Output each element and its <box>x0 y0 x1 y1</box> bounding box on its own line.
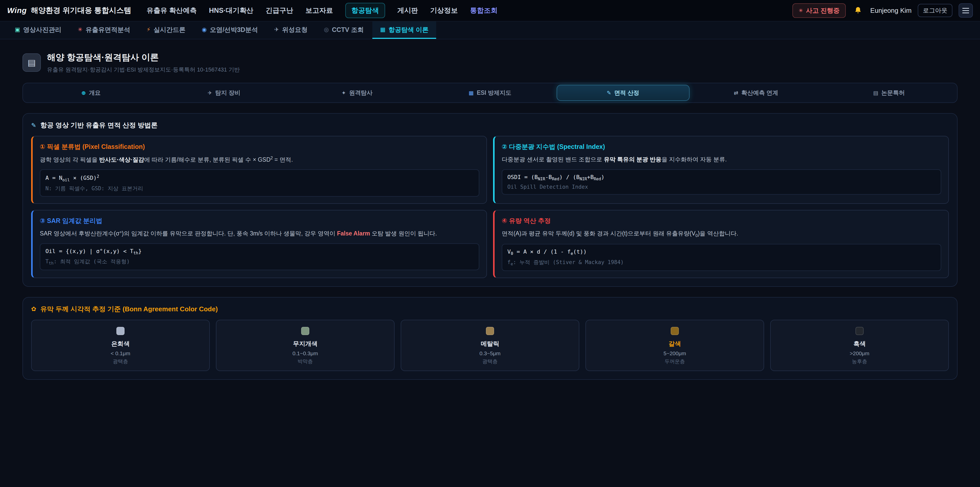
incident-badge-label: 사고 진행중 <box>806 6 840 15</box>
methodology-grid: ① 픽셀 분류법 (Pixel Classification) 광학 영상의 각… <box>31 136 949 278</box>
cctv-icon: ◎ <box>324 26 329 33</box>
nav-integrated-view[interactable]: 통합조회 <box>470 6 498 15</box>
bonn-layer: 광택층 <box>406 358 574 365</box>
method-card-body: 다중분광 센서로 촬영된 밴드 조합으로 유막 특유의 분광 반응을 지수화하여… <box>502 155 941 164</box>
user-name: Eunjeong Kim <box>870 6 912 14</box>
incident-status-badge[interactable]: ✳ 사고 진행중 <box>792 3 846 18</box>
section-tab-label: ESI 방제지도 <box>477 89 511 97</box>
tab-pollution-ship-3d[interactable]: ◉ 오염/선박3D분석 <box>194 21 266 39</box>
formula-block: A = Noil × (GSD)2 N: 기름 픽셀수, GSD: 지상 표본거… <box>40 169 479 196</box>
tab-label: 영상사진관리 <box>23 26 62 34</box>
tab-satellite-request[interactable]: ✈ 위성요청 <box>267 21 315 39</box>
bonn-name: 은회색 <box>37 340 204 348</box>
section-tab-diffusion-link[interactable]: ⇄ 확산예측 연계 <box>690 85 822 101</box>
section-tab-area-calculation[interactable]: ✎ 면적 산정 <box>557 85 690 101</box>
method-card-title: ④ 유량 역산 추정 <box>502 217 941 225</box>
section-tab-bar: ⊕ 개요 ✈ 탐지 장비 ✦ 원격탐사 ▦ ESI 방제지도 ✎ 면적 산정 ⇄… <box>22 83 958 103</box>
globe-icon: ⊕ <box>81 90 86 96</box>
satellite-icon: ✈ <box>274 26 279 33</box>
section-tab-remote-sensing[interactable]: ✦ 원격탐사 <box>290 85 423 101</box>
method-card-title: ② 다중분광 지수법 (Spectral Index) <box>502 142 941 151</box>
pencil-icon: ✎ <box>31 122 36 129</box>
nav-weather-info[interactable]: 기상정보 <box>430 6 458 15</box>
color-swatch <box>486 327 494 335</box>
bonn-thickness: 0.1~0.3μm <box>221 350 389 356</box>
bell-icon <box>854 6 862 14</box>
section-tab-papers-patents[interactable]: ▤ 논문특허 <box>822 85 956 101</box>
formula-note: fe: 누적 증발비 (Stiver & Mackay 1984) <box>508 259 935 267</box>
wing-logo: Wing <box>7 6 27 15</box>
tab-label: 유출유면적분석 <box>86 26 130 34</box>
tab-label: 오염/선박3D분석 <box>210 26 258 34</box>
sensing-icon: ✦ <box>342 90 346 96</box>
method-card-body: 광학 영상의 각 픽셀을 반사도·색상·질감에 따라 기름/해수로 분류, 분류… <box>40 155 479 164</box>
bonn-thickness: 0.3~5μm <box>406 350 574 356</box>
color-swatch <box>671 327 679 335</box>
nav-hns-atmospheric[interactable]: HNS·대기확산 <box>209 6 253 15</box>
bonn-grid: 은회색 < 0.1μm 광택층 무지개색 0.1~0.3μm 박막층 메탈릭 0… <box>31 320 949 371</box>
bonn-name: 메탈릭 <box>406 340 574 348</box>
section-tab-label: 면적 산정 <box>614 89 639 97</box>
section-tab-detection-equipment[interactable]: ✈ 탐지 장비 <box>158 85 290 101</box>
method-card-title: ① 픽셀 분류법 (Pixel Classification) <box>40 142 479 151</box>
bonn-layer: 박막층 <box>221 358 389 365</box>
image-icon: ▣ <box>15 26 20 33</box>
methodology-panel: ✎ 항공 영상 기반 유출유 면적 산정 방법론 ① 픽셀 분류법 (Pixel… <box>22 113 958 287</box>
tab-image-management[interactable]: ▣ 영상사진관리 <box>7 21 69 39</box>
page-title: 해양 항공탐색·원격탐사 이론 <box>47 51 240 63</box>
method-card-sar-threshold: ③ SAR 임계값 분리법 SAR 영상에서 후방산란계수(σ°)의 임계값 이… <box>31 210 487 278</box>
method-card-spectral-index: ② 다중분광 지수법 (Spectral Index) 다중분광 센서로 촬영된… <box>493 136 949 204</box>
nav-aerial-search[interactable]: 항공탐색 <box>345 3 385 18</box>
color-swatch <box>856 327 864 335</box>
pencil-icon: ✎ <box>607 90 611 96</box>
nav-oil-diffusion[interactable]: 유출유 확산예측 <box>146 6 197 15</box>
tab-oil-area-analysis[interactable]: ✳ 유출유면적분석 <box>70 21 138 39</box>
bonn-card-black: 흑색 >200μm 농후층 <box>770 320 949 371</box>
tab-label: 항공탐색 이론 <box>388 26 428 34</box>
formula-block: OSDI = (BNIR-BRed) / (BNIR+BRed) Oil Spi… <box>502 169 941 195</box>
method-card-title: ③ SAR 임계값 분리법 <box>40 217 479 225</box>
section-tab-label: 원격탐사 <box>349 89 372 97</box>
incident-alert-icon: ✳ <box>799 7 803 14</box>
bonn-card-metallic: 메탈릭 0.3~5μm 광택층 <box>401 320 579 371</box>
tab-label: CCTV 조회 <box>332 26 364 34</box>
section-tab-label: 확산예측 연계 <box>741 89 778 97</box>
method-card-body: SAR 영상에서 후방산란계수(σ°)의 임계값 이하를 유막으로 판정합니다.… <box>40 229 479 238</box>
section-tab-label: 개요 <box>89 89 100 97</box>
nav-board[interactable]: 게시판 <box>397 6 418 15</box>
brand[interactable]: Wing 해양환경 위기대응 통합시스템 <box>7 5 131 16</box>
map-icon: ▦ <box>469 90 474 96</box>
method-card-body: 면적(A)과 평균 유막 두께(d) 및 풍화 경과 시간(t)으로부터 원래 … <box>502 229 941 239</box>
notification-bell-button[interactable] <box>852 4 864 17</box>
hamburger-icon <box>963 8 969 9</box>
section-tab-label: 탐지 장비 <box>215 89 240 97</box>
nav-emergency-rescue[interactable]: 긴급구난 <box>266 6 293 15</box>
bonn-thickness: 5~200μm <box>591 350 759 356</box>
ship-3d-icon: ◉ <box>202 26 207 33</box>
section-tab-esi-map[interactable]: ▦ ESI 방제지도 <box>423 85 556 101</box>
formula-note: Oil Spill Detection Index <box>508 184 935 190</box>
hamburger-menu-button[interactable] <box>959 3 973 18</box>
formula: V0 = A × d / (1 - fe(t)) <box>508 249 935 256</box>
methodology-heading: ✎ 항공 영상 기반 유출유 면적 산정 방법론 <box>31 121 949 130</box>
nav-reports[interactable]: 보고자료 <box>305 6 333 15</box>
tab-label: 실시간드론 <box>154 26 186 34</box>
link-icon: ⇄ <box>734 90 738 96</box>
logout-button[interactable]: 로그아웃 <box>918 4 953 17</box>
bonn-card-rainbow: 무지개색 0.1~0.3μm 박막층 <box>216 320 395 371</box>
tab-aerial-search-theory[interactable]: ▦ 항공탐색 이론 <box>372 21 436 39</box>
bonn-heading-text: 유막 두께 시각적 추정 기준 (Bonn Agreement Color Co… <box>40 305 218 314</box>
sub-navbar: ▣ 영상사진관리 ✳ 유출유면적분석 ⚡ 실시간드론 ◉ 오염/선박3D분석 ✈… <box>0 21 980 39</box>
bonn-thickness: < 0.1μm <box>37 350 204 356</box>
papers-icon: ▤ <box>873 90 878 96</box>
section-tab-overview[interactable]: ⊕ 개요 <box>24 85 158 101</box>
theory-chart-icon: ▦ <box>380 26 385 33</box>
system-title: 해양환경 위기대응 통합시스템 <box>31 5 131 16</box>
formula-note: N: 기름 픽셀수, GSD: 지상 표본거리 <box>45 185 474 192</box>
oil-analysis-icon: ✳ <box>78 26 83 33</box>
tab-realtime-drone[interactable]: ⚡ 실시간드론 <box>139 21 193 39</box>
formula-block: V0 = A × d / (1 - fe(t)) fe: 누적 증발비 (Sti… <box>502 244 941 271</box>
document-icon: ▤ <box>22 53 41 72</box>
formula-block: Oil = {(x,y) | σ°(x,y) < Tth} Tth: 최적 임계… <box>40 243 479 270</box>
tab-cctv-view[interactable]: ◎ CCTV 조회 <box>316 21 371 39</box>
